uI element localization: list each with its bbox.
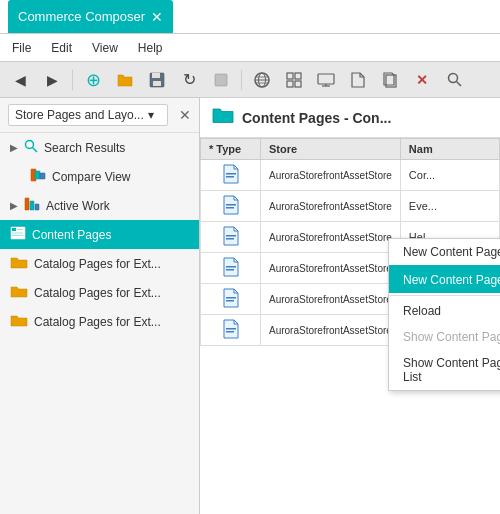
toolbar-separator-1 xyxy=(72,70,73,90)
content-pages-icon xyxy=(10,226,26,243)
svg-rect-39 xyxy=(226,297,236,299)
folder-icon-2 xyxy=(10,284,28,301)
svg-rect-34 xyxy=(226,207,234,209)
back-button[interactable]: ◀ xyxy=(6,66,34,94)
toolbar-close-button[interactable]: ✕ xyxy=(408,66,436,94)
add-button[interactable]: ⊕ xyxy=(79,66,107,94)
context-menu-item-show-list: Show Content Page List xyxy=(389,324,500,350)
tab-close-icon[interactable]: ✕ xyxy=(151,9,163,25)
save-button[interactable] xyxy=(143,66,171,94)
svg-rect-36 xyxy=(226,238,234,240)
refresh-button[interactable]: ↻ xyxy=(175,66,203,94)
menu-file[interactable]: File xyxy=(12,41,31,55)
content-header: Content Pages - Con... xyxy=(200,98,500,138)
col-name: Nam xyxy=(400,139,499,160)
svg-rect-24 xyxy=(25,198,29,210)
folder-button[interactable] xyxy=(111,66,139,94)
svg-rect-33 xyxy=(226,204,236,206)
cell-store-6: AuroraStorefrontAssetStore xyxy=(261,315,401,346)
menu-view[interactable]: View xyxy=(92,41,118,55)
sidebar-item-catalog-1[interactable]: Catalog Pages for Ext... xyxy=(0,249,199,278)
menu-edit[interactable]: Edit xyxy=(51,41,72,55)
sidebar-close-icon[interactable]: ✕ xyxy=(179,107,191,123)
cell-store-3: AuroraStorefrontAssetStore xyxy=(261,222,401,253)
toolbar-search-button[interactable] xyxy=(440,66,468,94)
active-work-label: Active Work xyxy=(46,199,110,213)
sidebar-dropdown[interactable]: Store Pages and Layo... ▾ xyxy=(8,104,168,126)
stop-button[interactable] xyxy=(207,66,235,94)
svg-rect-25 xyxy=(30,201,34,210)
svg-rect-32 xyxy=(226,176,234,178)
cell-type xyxy=(201,160,261,191)
sidebar-item-catalog-2[interactable]: Catalog Pages for Ext... xyxy=(0,278,199,307)
toolbar-separator-2 xyxy=(241,70,242,90)
svg-rect-41 xyxy=(226,328,236,330)
menu-help[interactable]: Help xyxy=(138,41,163,55)
content-area: Content Pages - Con... * Type Store Nam … xyxy=(200,98,500,514)
cell-type xyxy=(201,253,261,284)
catalog-1-label: Catalog Pages for Ext... xyxy=(34,257,161,271)
col-store: Store xyxy=(261,139,401,160)
search-results-label: Search Results xyxy=(44,141,125,155)
svg-rect-40 xyxy=(226,300,234,302)
compare-view-label: Compare View xyxy=(52,170,130,184)
context-menu: New Content Page New Content Page Folder… xyxy=(388,238,500,391)
cell-name-1: Cor... xyxy=(400,160,499,191)
toolbar: ◀ ▶ ⊕ ↻ ✕ xyxy=(0,62,500,98)
active-work-icon xyxy=(24,197,40,214)
context-menu-item-show-folders-list[interactable]: Show Content Page Folders List xyxy=(389,350,500,390)
svg-line-18 xyxy=(456,82,461,87)
context-menu-separator xyxy=(389,295,500,296)
cell-store-4: AuroraStorefrontAssetStore xyxy=(261,253,401,284)
sidebar-section-search-results[interactable]: ▶ Search Results xyxy=(0,133,199,162)
sidebar-header: Store Pages and Layo... ▾ ✕ xyxy=(0,98,199,133)
folder-icon-1 xyxy=(10,255,28,272)
menu-bar: File Edit View Help xyxy=(0,34,500,62)
cell-type xyxy=(201,222,261,253)
svg-rect-22 xyxy=(35,171,40,179)
cell-store-5: AuroraStorefrontAssetStore xyxy=(261,284,401,315)
svg-rect-38 xyxy=(226,269,234,271)
forward-button[interactable]: ▶ xyxy=(38,66,66,94)
grid-button[interactable] xyxy=(280,66,308,94)
cell-store-2: AuroraStorefrontAssetStore xyxy=(261,191,401,222)
svg-rect-13 xyxy=(318,74,334,84)
cell-type xyxy=(201,315,261,346)
sidebar-section-active-work[interactable]: ▶ Active Work xyxy=(0,191,199,220)
table-row[interactable]: AuroraStorefrontAssetStore Eve... xyxy=(201,191,500,222)
globe-button[interactable] xyxy=(248,66,276,94)
context-menu-item-new-content-page[interactable]: New Content Page xyxy=(389,239,500,265)
cell-name-2: Eve... xyxy=(400,191,499,222)
chevron-down-icon: ▾ xyxy=(148,108,154,122)
svg-point-19 xyxy=(26,141,34,149)
svg-rect-9 xyxy=(287,73,293,79)
app-tab[interactable]: Commerce Composer ✕ xyxy=(8,0,173,33)
svg-rect-35 xyxy=(226,235,236,237)
search-icon xyxy=(24,139,38,156)
svg-rect-42 xyxy=(226,331,234,333)
context-menu-item-reload[interactable]: Reload xyxy=(389,298,500,324)
col-type: * Type xyxy=(201,139,261,160)
sidebar: Store Pages and Layo... ▾ ✕ ▶ Search Res… xyxy=(0,98,200,514)
svg-rect-12 xyxy=(295,81,301,87)
context-menu-item-new-content-page-folder[interactable]: New Content Page Folder ↵ xyxy=(389,265,500,293)
sidebar-section-compare-view[interactable]: Compare View xyxy=(0,162,199,191)
catalog-2-label: Catalog Pages for Ext... xyxy=(34,286,161,300)
svg-rect-23 xyxy=(40,173,45,179)
svg-line-20 xyxy=(33,148,38,153)
page-title: Content Pages - Con... xyxy=(242,110,391,126)
sidebar-item-catalog-3[interactable]: Catalog Pages for Ext... xyxy=(0,307,199,336)
sidebar-item-content-pages[interactable]: Content Pages xyxy=(0,220,199,249)
svg-point-17 xyxy=(448,74,457,83)
main-layout: Store Pages and Layo... ▾ ✕ ▶ Search Res… xyxy=(0,98,500,514)
content-folder-icon xyxy=(212,106,234,129)
cell-type xyxy=(201,191,261,222)
cell-type xyxy=(201,284,261,315)
cell-store-1: AuroraStorefrontAssetStore xyxy=(261,160,401,191)
catalog-3-label: Catalog Pages for Ext... xyxy=(34,315,161,329)
expand-arrow-active-icon: ▶ xyxy=(10,200,18,211)
page-button[interactable] xyxy=(344,66,372,94)
table-row[interactable]: AuroraStorefrontAssetStore Cor... xyxy=(201,160,500,191)
copy-button[interactable] xyxy=(376,66,404,94)
monitor-button[interactable] xyxy=(312,66,340,94)
